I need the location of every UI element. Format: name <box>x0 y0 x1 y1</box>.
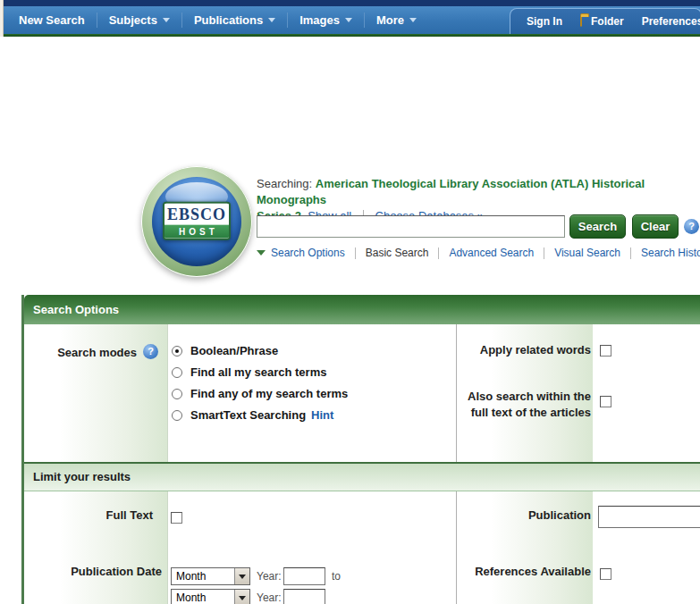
search-modes-section: Search modes ? Boolean/Phrase Find all m… <box>24 324 700 462</box>
nav-item-new-search[interactable]: New Search <box>7 13 97 27</box>
search-mode-option[interactable]: Find any of my search terms <box>172 387 348 400</box>
links-separator <box>630 247 631 259</box>
publication-input[interactable] <box>598 506 700 528</box>
search-options-toggle-link[interactable]: Search Options <box>271 247 345 259</box>
smarttext-hint-link[interactable]: Hint <box>311 408 333 422</box>
search-options-panel-header: Search Options <box>24 295 700 324</box>
year-to-label: Year: <box>257 591 282 604</box>
folder-icon <box>580 16 582 27</box>
chevron-down-icon <box>345 18 352 22</box>
radio-selected-icon[interactable] <box>172 346 182 357</box>
logo-ebsco-text: EBSCO <box>164 204 229 225</box>
selected-month-value: Month <box>176 570 206 583</box>
ebscohost-basic-search-page: New Search Subjects Publications Images … <box>0 0 700 604</box>
account-toolbar-tab: Sign In Folder Preferences <box>510 8 700 34</box>
select-dropdown-arrow-icon[interactable] <box>234 590 249 604</box>
radio-icon[interactable] <box>172 389 182 399</box>
year-from-label: Year: <box>257 570 282 583</box>
publication-date-label: Publication Date <box>24 565 162 578</box>
publication-date-month-to-select[interactable]: Month <box>171 589 250 604</box>
selected-month-value: Month <box>176 591 206 604</box>
search-links-row: Search Options Basic Search Advanced Sea… <box>257 246 700 260</box>
references-available-checkbox[interactable] <box>600 568 611 580</box>
nav-menu: New Search Subjects Publications Images … <box>7 6 428 34</box>
search-input[interactable] <box>257 215 565 238</box>
nav-item-label: Subjects <box>109 13 157 27</box>
radio-icon[interactable] <box>172 367 182 378</box>
advanced-search-link[interactable]: Advanced Search <box>449 247 534 259</box>
clear-button[interactable]: Clear <box>632 214 679 239</box>
collapse-triangle-icon <box>257 250 266 256</box>
nav-item-label: More <box>376 13 404 27</box>
logo-wordmark: EBSCO HOST <box>163 202 231 240</box>
database-name: American Theological Library Association… <box>257 177 645 206</box>
limit-results-section: Full Text Publication Publication Date M… <box>24 491 700 604</box>
basic-search-link-current[interactable]: Basic Search <box>366 247 429 259</box>
nav-item-label: Images <box>299 13 340 27</box>
chevron-down-icon <box>163 18 170 22</box>
year-from-input[interactable] <box>283 567 325 585</box>
folder-link[interactable]: Folder <box>582 15 633 28</box>
full-text-label: Full Text <box>24 508 153 522</box>
ebscohost-logo: EBSCO HOST <box>141 166 252 277</box>
search-mode-option[interactable]: SmartText Searching Hint <box>172 408 333 422</box>
nav-top-strip <box>0 0 700 6</box>
publication-label: Publication <box>459 508 591 522</box>
references-available-label: References Available <box>459 565 591 578</box>
select-dropdown-arrow-icon[interactable] <box>234 568 249 584</box>
chevron-down-icon <box>268 18 275 22</box>
nav-item-more[interactable]: More <box>365 13 428 27</box>
window-left-edge <box>0 0 4 37</box>
search-button[interactable]: Search <box>569 214 626 239</box>
publication-date-month-from-select[interactable]: Month <box>171 567 250 585</box>
top-nav-bar: New Search Subjects Publications Images … <box>0 0 700 37</box>
logo-host-text: HOST <box>164 225 229 239</box>
links-separator <box>438 247 439 259</box>
nav-item-publications[interactable]: Publications <box>182 13 287 27</box>
nav-item-label: Publications <box>194 13 263 27</box>
search-modes-label: Search modes <box>24 346 137 359</box>
apply-related-words-checkbox[interactable] <box>600 345 611 357</box>
search-mode-option[interactable]: Boolean/Phrase <box>172 344 278 357</box>
also-search-full-text-checkbox[interactable] <box>600 396 611 407</box>
help-icon[interactable]: ? <box>684 219 699 234</box>
search-modes-help-icon[interactable]: ? <box>143 344 158 359</box>
limit-your-results-header: Limit your results <box>24 462 700 491</box>
search-options-panel: Search Options Search modes ? Boolean/Ph… <box>21 295 700 604</box>
nav-item-images[interactable]: Images <box>288 13 364 27</box>
apply-related-words-label: Apply related words <box>459 343 591 357</box>
year-to-input[interactable] <box>283 589 325 604</box>
to-label: to <box>332 570 341 583</box>
searching-prefix: Searching: <box>257 177 312 190</box>
nav-green-underline <box>0 34 700 37</box>
links-separator <box>544 247 544 259</box>
nav-item-subjects[interactable]: Subjects <box>97 13 181 27</box>
nav-item-label: New Search <box>19 13 85 27</box>
radio-icon[interactable] <box>172 410 182 421</box>
sign-in-link[interactable]: Sign In <box>518 15 571 28</box>
chevron-down-icon <box>409 18 417 22</box>
full-text-checkbox[interactable] <box>171 512 182 524</box>
search-history-link[interactable]: Search History <box>641 247 700 259</box>
search-mode-option[interactable]: Find all my search terms <box>172 365 326 379</box>
also-search-full-text-label: Also search within the full text of the … <box>457 389 591 421</box>
links-separator <box>355 247 356 259</box>
visual-search-link[interactable]: Visual Search <box>554 247 620 259</box>
preferences-link[interactable]: Preferences <box>633 15 700 28</box>
